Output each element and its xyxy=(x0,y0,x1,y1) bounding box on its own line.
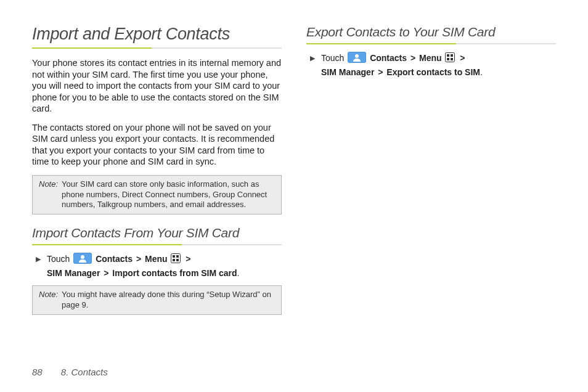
step-period: . xyxy=(237,268,240,278)
note-box-sim-basic-info: Note: Your SIM card can store only basic… xyxy=(32,175,282,214)
svg-rect-5 xyxy=(176,255,179,258)
step-body: Touch Contacts > Menu xyxy=(47,253,282,280)
step-bullet-icon: ▶ xyxy=(310,52,315,79)
step-menu-label: Menu xyxy=(419,53,442,63)
heading-divider xyxy=(32,47,282,49)
svg-rect-4 xyxy=(173,255,175,258)
page-footer: 88 8. Contacts xyxy=(32,367,108,377)
subheading-divider xyxy=(32,244,282,245)
heading-import-export: Import and Export Contacts xyxy=(32,25,282,44)
svg-rect-14 xyxy=(447,58,449,60)
section-name: 8. Contacts xyxy=(61,367,108,377)
svg-rect-11 xyxy=(446,53,455,62)
step-export: ▶ Touch Contacts > Menu xyxy=(306,52,556,79)
step-contacts-label: Contacts xyxy=(96,254,133,264)
heading-import-from-sim: Import Contacts From Your SIM Card xyxy=(32,226,282,240)
step-sim-manager-label: SIM Manager xyxy=(321,67,374,77)
step-period: . xyxy=(480,67,483,77)
svg-point-2 xyxy=(81,255,84,259)
note-label: Note: xyxy=(39,290,58,310)
note-label: Note: xyxy=(39,179,58,210)
right-column: Export Contacts to Your SIM Card ▶ Touch… xyxy=(306,25,556,321)
menu-icon xyxy=(445,52,455,65)
step-body: Touch Contacts > Menu xyxy=(321,52,556,79)
step-contacts-label: Contacts xyxy=(370,53,407,63)
step-export-label: Export contacts to SIM xyxy=(386,67,480,77)
contacts-app-icon xyxy=(73,253,92,267)
menu-icon xyxy=(171,253,181,266)
step-import-label: Import contacts from SIM card xyxy=(112,268,237,278)
paragraph-intro-1: Your phone stores its contact entries in… xyxy=(32,57,282,115)
step-menu-label: Menu xyxy=(145,254,168,264)
subheading-divider xyxy=(306,43,556,44)
contacts-app-icon xyxy=(348,52,366,66)
gt-separator: > xyxy=(378,67,383,77)
svg-rect-6 xyxy=(173,259,175,261)
gt-separator: > xyxy=(104,268,108,278)
svg-rect-15 xyxy=(451,58,453,60)
note-text: You might have already done this during … xyxy=(62,290,275,310)
paragraph-intro-2: The contacts stored on your phone will n… xyxy=(32,122,282,168)
svg-point-10 xyxy=(355,54,359,58)
svg-rect-3 xyxy=(171,253,181,263)
svg-rect-7 xyxy=(176,259,179,261)
step-import: ▶ Touch Contacts > Menu xyxy=(32,253,282,280)
gt-separator: > xyxy=(136,254,141,264)
step-touch-label: Touch xyxy=(47,254,70,264)
note-text: Your SIM card can store only basic infor… xyxy=(62,179,275,210)
svg-rect-12 xyxy=(447,54,449,57)
svg-rect-13 xyxy=(451,54,453,57)
left-column: Import and Export Contacts Your phone st… xyxy=(32,25,282,321)
heading-export-to-sim: Export Contacts to Your SIM Card xyxy=(306,25,556,39)
gt-separator: > xyxy=(186,254,190,264)
gt-separator: > xyxy=(460,53,465,63)
step-touch-label: Touch xyxy=(321,53,344,63)
gt-separator: > xyxy=(410,53,415,63)
page-number: 88 xyxy=(32,367,43,377)
note-box-setup-wizard: Note: You might have already done this d… xyxy=(32,285,282,314)
step-bullet-icon: ▶ xyxy=(36,253,41,280)
step-sim-manager-label: SIM Manager xyxy=(47,268,100,278)
